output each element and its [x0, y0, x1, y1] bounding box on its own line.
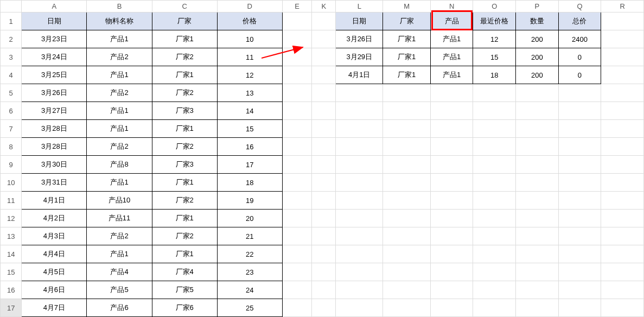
cell-Q9[interactable] — [558, 156, 601, 174]
cell-A9[interactable]: 3月30日 — [22, 156, 87, 174]
cell-P13[interactable] — [516, 227, 559, 245]
cell-Q2[interactable]: 2400 — [558, 30, 601, 48]
cell-A2[interactable]: 3月23日 — [22, 30, 87, 48]
cell-K16[interactable] — [312, 281, 336, 299]
cell-E15[interactable] — [282, 263, 312, 281]
cell-M4[interactable]: 厂家1 — [383, 66, 430, 84]
cell-M7[interactable] — [383, 120, 430, 138]
row-header-11[interactable]: 11 — [1, 192, 22, 210]
cell-R16[interactable] — [601, 281, 644, 299]
cell-E14[interactable] — [282, 245, 312, 263]
cell-A1[interactable]: 日期 — [22, 12, 87, 30]
cell-N9[interactable] — [430, 156, 473, 174]
cell-R10[interactable] — [601, 174, 644, 192]
cell-O10[interactable] — [473, 174, 516, 192]
cell-B14[interactable]: 产品1 — [87, 245, 152, 263]
cell-K1[interactable] — [312, 12, 336, 30]
cell-A6[interactable]: 3月27日 — [22, 102, 87, 120]
row-header-7[interactable]: 7 — [1, 120, 22, 138]
cell-M10[interactable] — [383, 174, 430, 192]
cell-A8[interactable]: 3月28日 — [22, 138, 87, 156]
cell-D6[interactable]: 14 — [217, 102, 282, 120]
cell-E4[interactable] — [282, 66, 312, 84]
row-header-16[interactable]: 16 — [1, 281, 22, 299]
cell-K11[interactable] — [312, 192, 336, 210]
cell-K13[interactable] — [312, 227, 336, 245]
cell-O5[interactable] — [473, 84, 516, 102]
cell-Q16[interactable] — [558, 281, 601, 299]
cell-M5[interactable] — [383, 84, 430, 102]
cell-Q12[interactable] — [558, 210, 601, 227]
cell-P11[interactable] — [516, 192, 559, 210]
row-header-9[interactable]: 9 — [1, 156, 22, 174]
cell-C8[interactable]: 厂家2 — [152, 138, 217, 156]
cell-E17[interactable] — [282, 299, 312, 317]
cell-A7[interactable]: 3月28日 — [22, 120, 87, 138]
cell-D11[interactable]: 19 — [217, 192, 282, 210]
spreadsheet-grid[interactable]: ABCDEK‹ ›LMNOPQR1日期物料名称厂家价格日期厂家产品最近价格数量总… — [0, 0, 644, 317]
cell-P9[interactable] — [516, 156, 559, 174]
cell-L13[interactable] — [336, 227, 383, 245]
cell-R6[interactable] — [601, 102, 644, 120]
cell-N13[interactable] — [430, 227, 473, 245]
cell-O9[interactable] — [473, 156, 516, 174]
row-header-5[interactable]: 5 — [1, 84, 22, 102]
cell-O17[interactable] — [473, 299, 516, 317]
cell-Q17[interactable] — [558, 299, 601, 317]
cell-N17[interactable] — [430, 299, 473, 317]
column-header-E[interactable]: E — [282, 1, 312, 12]
row-header-8[interactable]: 8 — [1, 138, 22, 156]
row-header-13[interactable]: 13 — [1, 227, 22, 245]
cell-O16[interactable] — [473, 281, 516, 299]
cell-K10[interactable] — [312, 174, 336, 192]
cell-D7[interactable]: 15 — [217, 120, 282, 138]
cell-C14[interactable]: 厂家1 — [152, 245, 217, 263]
cell-C11[interactable]: 厂家2 — [152, 192, 217, 210]
cell-Q4[interactable]: 0 — [558, 66, 601, 84]
cell-Q11[interactable] — [558, 192, 601, 210]
cell-O8[interactable] — [473, 138, 516, 156]
cell-C6[interactable]: 厂家3 — [152, 102, 217, 120]
cell-O7[interactable] — [473, 120, 516, 138]
cell-N16[interactable] — [430, 281, 473, 299]
cell-K14[interactable] — [312, 245, 336, 263]
cell-P6[interactable] — [516, 102, 559, 120]
cell-K12[interactable] — [312, 210, 336, 227]
cell-Q15[interactable] — [558, 263, 601, 281]
cell-A13[interactable]: 4月3日 — [22, 227, 87, 245]
cell-C15[interactable]: 厂家4 — [152, 263, 217, 281]
cell-K2[interactable] — [312, 30, 336, 48]
cell-M6[interactable] — [383, 102, 430, 120]
cell-E2[interactable] — [282, 30, 312, 48]
cell-E10[interactable] — [282, 174, 312, 192]
cell-A12[interactable]: 4月2日 — [22, 210, 87, 227]
cell-Q6[interactable] — [558, 102, 601, 120]
column-header-L[interactable]: L — [336, 1, 383, 12]
row-header-10[interactable]: 10 — [1, 174, 22, 192]
cell-D9[interactable]: 17 — [217, 156, 282, 174]
cell-A11[interactable]: 4月1日 — [22, 192, 87, 210]
cell-B5[interactable]: 产品2 — [87, 84, 152, 102]
cell-K4[interactable] — [312, 66, 336, 84]
cell-R5[interactable] — [601, 84, 644, 102]
cell-P8[interactable] — [516, 138, 559, 156]
cell-O11[interactable] — [473, 192, 516, 210]
column-header-D[interactable]: D — [217, 1, 282, 12]
cell-P7[interactable] — [516, 120, 559, 138]
cell-M14[interactable] — [383, 245, 430, 263]
cell-O14[interactable] — [473, 245, 516, 263]
cell-L11[interactable] — [336, 192, 383, 210]
cell-M11[interactable] — [383, 192, 430, 210]
column-header-B[interactable]: B — [87, 1, 152, 12]
cell-P12[interactable] — [516, 210, 559, 227]
cell-P16[interactable] — [516, 281, 559, 299]
cell-N11[interactable] — [430, 192, 473, 210]
column-header-O[interactable]: O — [473, 1, 516, 12]
cell-E13[interactable] — [282, 227, 312, 245]
cell-K3[interactable] — [312, 48, 336, 66]
row-header-2[interactable]: 2 — [1, 30, 22, 48]
cell-K7[interactable] — [312, 120, 336, 138]
cell-A17[interactable]: 4月7日 — [22, 299, 87, 317]
cell-C9[interactable]: 厂家3 — [152, 156, 217, 174]
cell-P5[interactable] — [516, 84, 559, 102]
